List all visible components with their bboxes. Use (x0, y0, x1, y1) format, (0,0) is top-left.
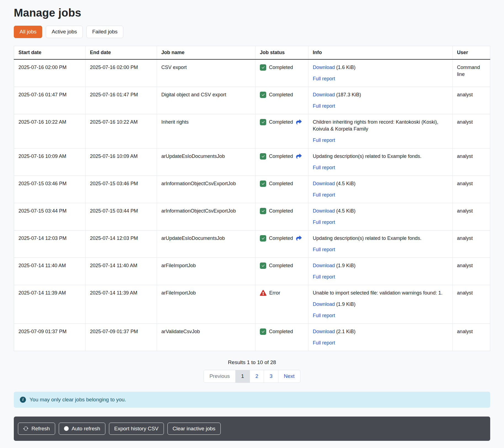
download-size: (1.6 KiB) (335, 65, 356, 70)
job-status-cell: Completed (255, 87, 308, 114)
job-status-cell: Completed (255, 176, 308, 203)
start-date-cell: 2025-07-14 11:39 AM (14, 285, 86, 324)
info-cell: Updating description(s) related to Examp… (308, 148, 452, 176)
full-report-link[interactable]: Full report (313, 340, 335, 346)
share-arrow-icon[interactable] (296, 235, 302, 241)
jobs-table: Start dateEnd dateJob nameJob statusInfo… (14, 46, 490, 351)
job-status-cell: Completed (255, 203, 308, 230)
filter-all-jobs[interactable]: All jobs (14, 26, 42, 38)
filter-active-jobs[interactable]: Active jobs (46, 26, 83, 38)
end-date-cell: 2025-07-09 01:37 PM (85, 324, 157, 351)
results-summary: Results 1 to 10 of 28 (14, 359, 490, 365)
status-label: Completed (269, 262, 293, 269)
job-status: Completed (260, 328, 304, 335)
actions-bar: Refresh Auto refresh Export history CSV … (14, 417, 490, 441)
table-row: 2025-07-15 03:44 PM2025-07-15 03:44 PMar… (14, 203, 490, 230)
column-header-start-date: Start date (14, 46, 86, 59)
error-icon (260, 290, 266, 296)
share-arrow-icon[interactable] (296, 153, 302, 159)
download-line: Download (1.6 KiB) (313, 64, 448, 71)
download-link[interactable]: Download (313, 329, 335, 334)
full-report-link[interactable]: Full report (313, 137, 335, 143)
status-label: Error (269, 290, 280, 296)
start-date-cell: 2025-07-15 03:44 PM (14, 203, 86, 230)
manage-jobs-page: Manage jobs All jobs Active jobs Failed … (0, 0, 504, 446)
start-date-cell: 2025-07-14 11:40 AM (14, 258, 86, 285)
info-message: Unable to import selected file: validati… (313, 290, 448, 296)
full-report-link[interactable]: Full report (313, 219, 335, 225)
user-cell: analyst (452, 176, 490, 203)
job-status: Completed (260, 235, 304, 242)
column-header-job-status: Job status (255, 46, 308, 59)
job-status-cell: Error (255, 285, 308, 324)
status-label: Completed (269, 208, 293, 214)
clear-inactive-jobs-button[interactable]: Clear inactive jobs (167, 423, 221, 435)
refresh-button[interactable]: Refresh (18, 423, 55, 435)
start-date-cell: 2025-07-16 02:00 PM (14, 59, 86, 87)
info-message: Children inheriting rights from record: … (313, 119, 448, 132)
pagination: Previous123Next (14, 370, 490, 383)
download-link[interactable]: Download (313, 92, 335, 97)
pagination-previous: Previous (204, 370, 236, 383)
end-date-cell: 2025-07-15 03:44 PM (85, 203, 157, 230)
job-name-cell: Inherit rights (157, 114, 255, 148)
status-label: Completed (269, 153, 293, 160)
user-cell: analyst (452, 203, 490, 230)
auto-refresh-dot-icon (64, 426, 69, 431)
download-line: Download (187.3 KiB) (313, 91, 448, 98)
job-status-cell: Completed (255, 148, 308, 176)
user-cell: analyst (452, 87, 490, 114)
download-link[interactable]: Download (313, 263, 335, 268)
end-date-cell: 2025-07-16 10:09 AM (85, 148, 157, 176)
info-cell: Unable to import selected file: validati… (308, 285, 452, 324)
job-name-cell: arFileImportJob (157, 258, 255, 285)
full-report-link[interactable]: Full report (313, 274, 335, 280)
full-report-link[interactable]: Full report (313, 76, 335, 81)
auto-refresh-label: Auto refresh (72, 425, 100, 432)
download-size: (1.9 KiB) (335, 301, 356, 307)
download-link[interactable]: Download (313, 208, 335, 214)
completed-icon (260, 208, 266, 214)
full-report-link[interactable]: Full report (313, 165, 335, 170)
auto-refresh-button[interactable]: Auto refresh (59, 423, 106, 435)
user-cell: analyst (452, 148, 490, 176)
status-label: Completed (269, 119, 293, 126)
info-message: Updating description(s) related to Examp… (313, 235, 448, 242)
download-line: Download (1.9 KiB) (313, 301, 448, 308)
pagination-1[interactable]: 1 (235, 370, 250, 383)
filter-failed-jobs[interactable]: Failed jobs (86, 26, 123, 38)
info-cell: Children inheriting rights from record: … (308, 114, 452, 148)
status-label: Completed (269, 91, 293, 98)
table-row: 2025-07-16 10:22 AM2025-07-16 10:22 AMIn… (14, 114, 490, 148)
download-link[interactable]: Download (313, 65, 335, 70)
pagination-3[interactable]: 3 (264, 370, 278, 383)
job-status: Completed (260, 119, 304, 126)
start-date-cell: 2025-07-14 12:03 PM (14, 230, 86, 258)
download-link[interactable]: Download (313, 181, 335, 186)
job-status: Completed (260, 208, 304, 214)
full-report-link[interactable]: Full report (313, 192, 335, 198)
download-size: (4.5 KiB) (335, 181, 356, 186)
pagination-2[interactable]: 2 (250, 370, 264, 383)
share-arrow-icon[interactable] (296, 119, 302, 125)
full-report-link[interactable]: Full report (313, 313, 335, 318)
completed-icon (260, 64, 266, 71)
full-report-link[interactable]: Full report (313, 103, 335, 109)
table-row: 2025-07-14 11:40 AM2025-07-14 11:40 AMar… (14, 258, 490, 285)
end-date-cell: 2025-07-16 10:22 AM (85, 114, 157, 148)
job-name-cell: arFileImportJob (157, 285, 255, 324)
end-date-cell: 2025-07-14 11:40 AM (85, 258, 157, 285)
start-date-cell: 2025-07-16 10:09 AM (14, 148, 86, 176)
pagination-next[interactable]: Next (278, 370, 300, 383)
download-line: Download (2.1 KiB) (313, 328, 448, 335)
full-report-link[interactable]: Full report (313, 247, 335, 252)
table-row: 2025-07-16 02:00 PM2025-07-16 02:00 PMCS… (14, 59, 490, 87)
download-link[interactable]: Download (313, 301, 335, 307)
info-cell: Download (4.5 KiB)Full report (308, 203, 452, 230)
completed-icon (260, 263, 266, 269)
info-cell: Download (2.1 KiB)Full report (308, 324, 452, 351)
export-history-csv-button[interactable]: Export history CSV (109, 423, 164, 435)
table-row: 2025-07-14 11:39 AM2025-07-14 11:39 AMar… (14, 285, 490, 324)
user-cell: analyst (452, 285, 490, 324)
info-cell: Download (4.5 KiB)Full report (308, 176, 452, 203)
